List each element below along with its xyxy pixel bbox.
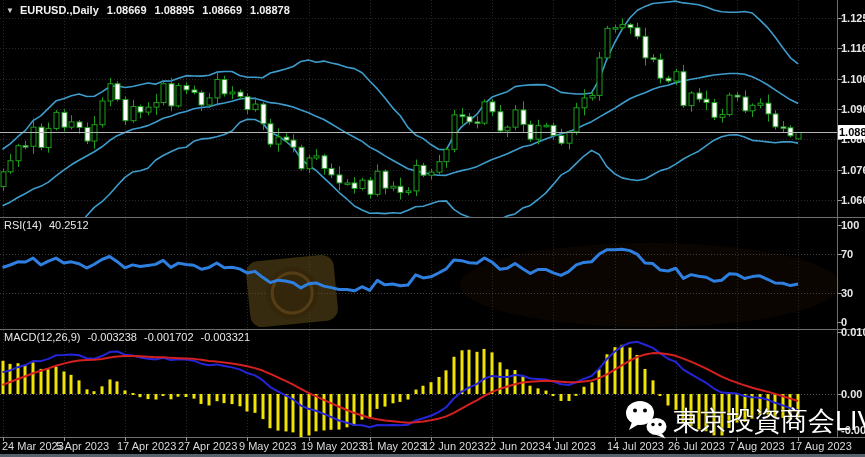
rsi-indicator-label: RSI(14)40.2512 <box>4 219 89 231</box>
date-axis-label: 19 May 2023 <box>301 440 365 452</box>
macd-axis-label: 0.010322 <box>841 326 865 338</box>
macd-indicator-label: MACD(12,26,9)-0.003238-0.001702-0.003321 <box>4 331 250 343</box>
price-axis-label: 1.07675 <box>841 164 865 176</box>
open-value: 1.08669 <box>107 4 147 16</box>
high-value: 1.08895 <box>155 4 195 16</box>
mt4-chart-window: ▼EURUSD.,Daily1.086691.088951.086691.088… <box>0 0 865 457</box>
rsi-axis-label: 70 <box>841 248 853 260</box>
date-axis-label: 17 Apr 2023 <box>117 440 176 452</box>
low-value: 1.08669 <box>202 4 242 16</box>
close-value: 1.08878 <box>250 4 290 16</box>
price-axis-label: 1.06685 <box>841 194 865 206</box>
price-axis-label: 1.12595 <box>841 12 865 24</box>
macd-value-signal: -0.003321 <box>201 331 251 343</box>
macd-value-histogram: -0.001702 <box>144 331 194 343</box>
symbol-marker-icon: ▼ <box>6 6 14 15</box>
chart-title: ▼EURUSD.,Daily1.086691.088951.086691.088… <box>6 4 290 16</box>
macd-name: MACD(12,26,9) <box>4 331 80 343</box>
date-axis-label: 12 Jun 2023 <box>423 440 484 452</box>
date-axis-label: 5 Apr 2023 <box>56 440 109 452</box>
date-axis-label: 27 Apr 2023 <box>178 440 237 452</box>
brand-watermark: 東京投資商会LIVE <box>624 399 865 443</box>
price-axis-label: 1.10630 <box>841 73 865 85</box>
date-axis-label: 31 May 2023 <box>362 440 426 452</box>
macd-value-main: -0.003238 <box>87 331 137 343</box>
brand-watermark-text: 東京投資商会LIVE <box>673 404 865 438</box>
date-axis-label: 9 May 2023 <box>239 440 296 452</box>
symbol-period-label: EURUSD.,Daily <box>20 4 99 16</box>
date-axis-label: 4 Jul 2023 <box>545 440 596 452</box>
price-axis-label: 1.09640 <box>841 103 865 115</box>
date-axis-label: 24 Mar 2023 <box>2 440 64 452</box>
rsi-name: RSI(14) <box>4 219 42 231</box>
wechat-icon <box>624 399 668 443</box>
rsi-axis-label: 100 <box>841 219 859 231</box>
date-axis-label: 22 Jun 2023 <box>484 440 545 452</box>
chart-canvas[interactable] <box>0 0 865 457</box>
price-axis-label: 1.11620 <box>841 42 865 54</box>
current-price-tag: 1.08878 <box>838 125 865 139</box>
rsi-axis-label: 30 <box>841 287 853 299</box>
rsi-value: 40.2512 <box>49 219 89 231</box>
